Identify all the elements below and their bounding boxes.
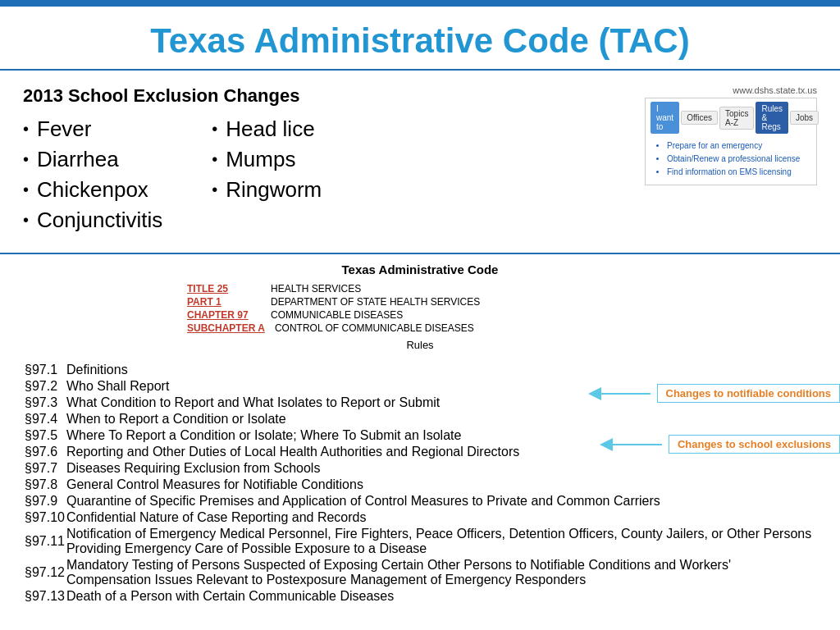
tac-entries: TITLE 25HEALTH SERVICESPART 1DEPARTMENT …	[23, 283, 817, 334]
rule-row: §97.9 Quarantine of Specific Premises an…	[25, 494, 815, 509]
header-bar	[0, 0, 840, 7]
rule-id[interactable]: §97.6	[25, 445, 65, 459]
right-bullet-item: • Ringworm	[212, 177, 322, 203]
website-preview: www.dshs.state.tx.us I want toOfficesTop…	[645, 85, 817, 238]
rule-id[interactable]: §97.4	[25, 412, 65, 427]
rule-id[interactable]: §97.9	[25, 494, 65, 509]
right-bullet-item: • Mumps	[212, 147, 322, 172]
website-links: Prepare for an emergencyObtain/Renew a p…	[651, 139, 811, 181]
rule-text: Notification of Emergency Medical Person…	[66, 527, 815, 556]
rule-id[interactable]: §97.8	[25, 477, 65, 492]
tac-desc: CONTROL OF COMMUNICABLE DISEASES	[275, 322, 474, 334]
tac-entry: SUBCHAPTER ACONTROL OF COMMUNICABLE DISE…	[187, 322, 817, 334]
rule-id[interactable]: §97.13	[25, 589, 65, 604]
left-bullet-item: • Diarrhea	[23, 147, 162, 172]
bullet-icon: •	[212, 120, 217, 139]
annotation-exclusions: Changes to school exclusions	[598, 435, 840, 454]
tac-desc: COMMUNICABLE DISEASES	[271, 309, 403, 321]
annotation-notifiable-text: Changes to notifiable conditions	[657, 384, 841, 403]
rule-text: Quarantine of Specific Premises and Appl…	[66, 494, 815, 509]
website-nav-box: I want toOfficesTopics A-ZRules & RegsJo…	[645, 98, 817, 185]
rule-row: §97.13 Death of a Person with Certain Co…	[25, 589, 815, 604]
right-bullet-list: • Head lice• Mumps• Ringworm	[212, 116, 322, 203]
rules-subtitle: Rules	[23, 339, 817, 351]
nav-tab-item[interactable]: Rules & Regs	[756, 102, 788, 134]
right-bullet-item: • Head lice	[212, 116, 322, 142]
content-area: 2013 School Exclusion Changes • Fever• D…	[0, 71, 840, 246]
rule-text: Death of a Person with Certain Communica…	[66, 589, 815, 604]
website-link-item[interactable]: Prepare for an emergency	[667, 140, 806, 151]
tac-desc: DEPARTMENT OF STATE HEALTH SERVICES	[271, 296, 480, 308]
tac-link[interactable]: PART 1	[187, 296, 261, 308]
website-url: www.dshs.state.tx.us	[645, 85, 817, 95]
bullet-icon: •	[23, 120, 29, 139]
rule-id[interactable]: §97.11	[25, 527, 65, 556]
bullet-icon: •	[23, 150, 29, 169]
changes-section: 2013 School Exclusion Changes • Fever• D…	[23, 85, 628, 238]
rule-id[interactable]: §97.3	[25, 395, 65, 410]
rule-id[interactable]: §97.1	[25, 363, 65, 377]
rule-text: When to Report a Condition or Isolate	[66, 412, 815, 427]
nav-tab-item[interactable]: I want to	[651, 102, 679, 134]
rule-text: Definitions	[66, 363, 815, 377]
nav-tabs: I want toOfficesTopics A-ZRules & RegsJo…	[651, 102, 811, 134]
nav-tab-item[interactable]: Offices	[681, 111, 718, 125]
tac-section: Texas Administrative Code TITLE 25HEALTH…	[0, 254, 840, 361]
website-link-list: Prepare for an emergencyObtain/Renew a p…	[655, 140, 806, 177]
rules-wrapper: §97.1 Definitions §97.2 Who Shall Report…	[0, 361, 840, 605]
bullet-icon: •	[212, 150, 217, 169]
rule-row: §97.8 General Control Measures for Notif…	[25, 477, 815, 492]
bullet-icon: •	[212, 180, 217, 199]
arrow-notifiable-icon	[587, 386, 652, 402]
rule-row: §97.12 Mandatory Testing of Persons Susp…	[25, 558, 815, 587]
title-section: Texas Administrative Code (TAC)	[0, 7, 840, 71]
rule-row: §97.11 Notification of Emergency Medical…	[25, 527, 815, 556]
annotation-notifiable: Changes to notifiable conditions	[587, 384, 841, 403]
rule-text: Confidential Nature of Case Reporting an…	[66, 510, 815, 525]
rule-row: §97.1 Definitions	[25, 363, 815, 377]
bullet-icon: •	[23, 180, 29, 199]
tac-entry: CHAPTER 97COMMUNICABLE DISEASES	[187, 309, 817, 321]
nav-tab-item[interactable]: Jobs	[790, 111, 819, 125]
arrow-exclusions-icon	[598, 436, 664, 453]
main-title: Texas Administrative Code (TAC)	[0, 21, 840, 61]
rule-text: Diseases Requiring Exclusion from School…	[66, 461, 815, 476]
rule-id[interactable]: §97.2	[25, 379, 65, 394]
nav-tab-item[interactable]: Topics A-Z	[719, 107, 754, 130]
rule-text: Mandatory Testing of Persons Suspected o…	[66, 558, 815, 587]
rule-row: §97.4 When to Report a Condition or Isol…	[25, 412, 815, 427]
left-bullet-item: • Conjunctivitis	[23, 208, 162, 233]
tac-desc: HEALTH SERVICES	[271, 283, 361, 294]
changes-heading: 2013 School Exclusion Changes	[23, 85, 628, 107]
tac-entry: TITLE 25HEALTH SERVICES	[187, 283, 817, 294]
website-link-item[interactable]: Obtain/Renew a professional license	[667, 153, 806, 164]
left-bullet-list: • Fever• Diarrhea• Chickenpox• Conjuncti…	[23, 116, 162, 233]
rule-row: §97.7 Diseases Requiring Exclusion from …	[25, 461, 815, 476]
rule-id[interactable]: §97.7	[25, 461, 65, 476]
tac-link[interactable]: TITLE 25	[187, 283, 261, 294]
website-link-item[interactable]: Find information on EMS licensing	[667, 167, 806, 177]
rule-id[interactable]: §97.5	[25, 428, 65, 443]
annotation-exclusions-text: Changes to school exclusions	[669, 435, 840, 454]
tac-title: Texas Administrative Code	[23, 262, 817, 276]
tac-entry: PART 1DEPARTMENT OF STATE HEALTH SERVICE…	[187, 296, 817, 308]
bullet-icon: •	[23, 211, 29, 230]
rule-id[interactable]: §97.10	[25, 510, 65, 525]
left-bullet-item: • Fever	[23, 116, 162, 142]
tac-link[interactable]: CHAPTER 97	[187, 309, 261, 321]
left-bullet-item: • Chickenpox	[23, 177, 162, 203]
tac-link[interactable]: SUBCHAPTER A	[187, 322, 265, 334]
changes-right-col: • Head lice• Mumps• Ringworm	[212, 116, 322, 238]
changes-left-col: • Fever• Diarrhea• Chickenpox• Conjuncti…	[23, 116, 162, 238]
changes-columns: • Fever• Diarrhea• Chickenpox• Conjuncti…	[23, 116, 628, 238]
rule-text: General Control Measures for Notifiable …	[66, 477, 815, 492]
rule-row: §97.10 Confidential Nature of Case Repor…	[25, 510, 815, 525]
rule-id[interactable]: §97.12	[25, 558, 65, 587]
